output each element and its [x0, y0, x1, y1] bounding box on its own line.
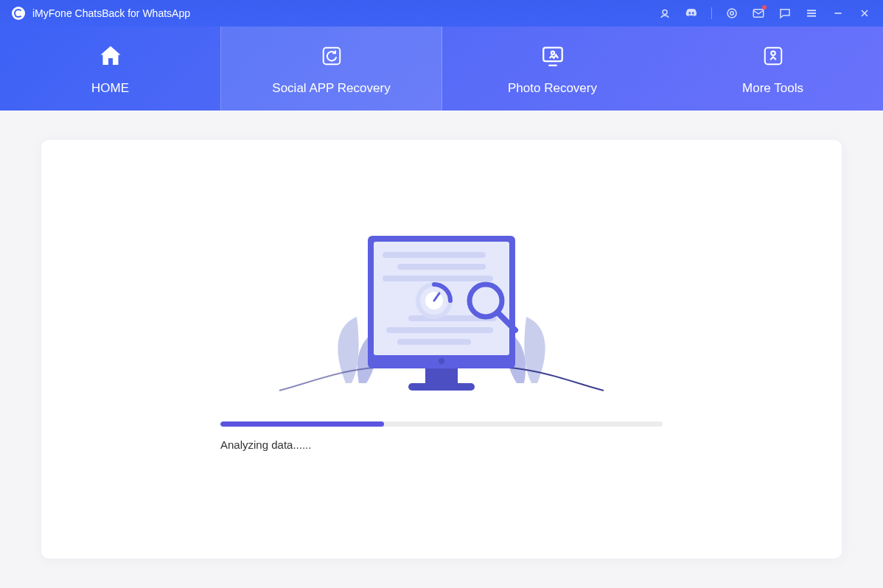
tab-photo-recovery[interactable]: Photo Recovery: [442, 27, 663, 111]
app-logo-icon: [12, 7, 25, 20]
svg-rect-20: [383, 252, 486, 258]
svg-point-2: [730, 12, 734, 15]
main-nav: HOME Social APP Recovery Photo Recovery …: [0, 27, 883, 111]
analyzing-illustration: [265, 236, 618, 398]
menu-icon[interactable]: [805, 7, 818, 20]
svg-rect-21: [397, 264, 486, 270]
user-headset-icon[interactable]: [658, 7, 671, 20]
progress-card: Analyzing data......: [41, 140, 842, 559]
svg-point-13: [551, 52, 554, 55]
svg-rect-22: [383, 276, 493, 281]
tab-more-tools[interactable]: More Tools: [663, 27, 883, 111]
svg-point-0: [663, 10, 667, 15]
progress-fill: [220, 421, 384, 427]
svg-point-31: [439, 358, 444, 364]
app-title: iMyFone ChatsBack for WhatsApp: [32, 7, 190, 19]
tab-label: More Tools: [742, 81, 803, 96]
tab-home[interactable]: HOME: [0, 27, 220, 111]
refresh-icon: [317, 41, 346, 71]
home-icon: [96, 41, 125, 71]
status-text: Analyzing data......: [220, 438, 663, 451]
svg-point-1: [727, 9, 736, 18]
tab-label: Social APP Recovery: [272, 81, 390, 96]
discord-icon[interactable]: [685, 7, 698, 20]
svg-rect-10: [323, 48, 340, 65]
minimize-icon[interactable]: [831, 7, 845, 20]
mail-icon[interactable]: [752, 7, 765, 20]
notification-dot: [762, 5, 767, 10]
svg-rect-25: [397, 339, 471, 345]
progress-bar: [220, 421, 663, 427]
photo-monitor-icon: [538, 41, 568, 71]
titlebar: iMyFone ChatsBack for WhatsApp: [0, 0, 883, 27]
svg-rect-17: [408, 383, 475, 391]
target-icon[interactable]: [725, 7, 739, 20]
content-area: Analyzing data......: [0, 111, 883, 588]
close-icon[interactable]: [858, 7, 871, 20]
titlebar-divider: [711, 7, 712, 19]
tab-social-app-recovery[interactable]: Social APP Recovery: [220, 27, 442, 111]
tab-label: Photo Recovery: [508, 81, 597, 96]
svg-point-15: [771, 52, 775, 56]
chat-icon[interactable]: [778, 7, 792, 20]
tools-icon: [758, 41, 788, 71]
svg-rect-24: [386, 327, 493, 333]
tab-label: HOME: [91, 81, 129, 96]
